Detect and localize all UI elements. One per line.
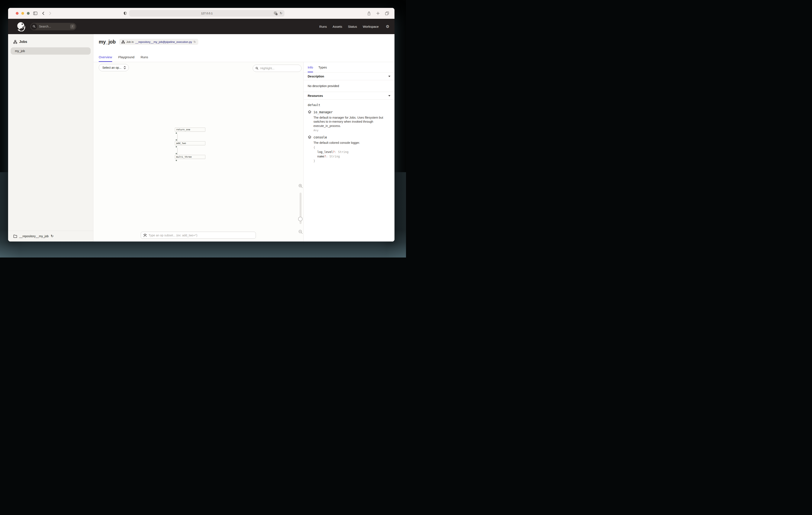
badge-prefix: Job in [126, 40, 134, 44]
resource-name: console [314, 135, 327, 139]
config-schema: { log_level?: String name?: String [314, 145, 390, 163]
reload-icon[interactable]: ↻ [280, 12, 282, 15]
resources-section-header[interactable]: Resources [303, 92, 395, 100]
logger-console: console The default colored console logg… [308, 135, 390, 163]
highlight-input[interactable] [258, 66, 301, 70]
back-icon[interactable] [42, 11, 45, 15]
nav-status[interactable]: Status [348, 25, 357, 28]
tab-overview-icon[interactable] [385, 11, 389, 15]
close-window-button[interactable] [16, 12, 19, 15]
config-field-name: log_level [317, 150, 333, 154]
description-section-header[interactable]: Description [303, 73, 395, 80]
new-tab-icon[interactable] [376, 12, 380, 15]
op-node-add-two[interactable]: add_two [175, 141, 205, 145]
description-body: No description provided [303, 80, 395, 92]
fullscreen-window-button[interactable] [27, 12, 30, 15]
search-icon [31, 24, 37, 30]
traffic-lights [16, 8, 30, 19]
resource-icon [308, 110, 312, 114]
url-text: 127.0.0.1 [201, 12, 212, 15]
global-search[interactable]: / [30, 23, 76, 30]
highlight-search[interactable] [253, 65, 301, 72]
gear-icon[interactable]: ⚙ [386, 25, 389, 29]
input-port-dot [176, 139, 177, 141]
app-nav: Runs Assets Status Workspace ⚙ [319, 25, 389, 29]
op-subset-input[interactable] [147, 234, 256, 237]
translate-icon[interactable]: A x [274, 12, 278, 15]
job-icon [13, 40, 17, 44]
browser-window: 127.0.0.1 A x ↻ [8, 8, 395, 242]
op-node-return-one[interactable]: return_one [175, 128, 205, 132]
op-graph-canvas[interactable]: Select an op... [93, 62, 303, 242]
search-shortcut-badge: / [70, 24, 75, 29]
resource-icon [308, 135, 312, 139]
resources-body: default io_manager [303, 100, 395, 167]
output-port-dot [176, 133, 177, 134]
badge-reload-icon[interactable]: ↻ [194, 40, 196, 43]
resource-name: io_manager [314, 110, 332, 114]
sidebar-title: Jobs [19, 40, 27, 44]
zoom-controls [298, 184, 303, 237]
zoom-slider-handle[interactable] [298, 217, 302, 221]
tab-playground[interactable]: Playground [118, 55, 135, 62]
resource-io-manager: io_manager The default io manager for Jo… [308, 110, 390, 132]
nav-assets[interactable]: Assets [332, 25, 342, 28]
resource-description: The default colored console logger. [314, 141, 387, 145]
config-field-type: String [338, 150, 349, 154]
address-bar[interactable]: 127.0.0.1 A x ↻ [129, 10, 285, 17]
nav-runs[interactable]: Runs [319, 25, 327, 28]
forward-icon[interactable] [49, 11, 51, 15]
tab-runs[interactable]: Runs [141, 55, 148, 62]
minimize-window-button[interactable] [21, 12, 24, 15]
config-field-name: name [317, 155, 324, 158]
chevron-up-down-icon [124, 66, 126, 69]
output-port-dot [176, 160, 177, 161]
share-icon[interactable] [367, 11, 371, 16]
nav-workspace[interactable]: Workspace [363, 25, 379, 28]
job-icon [121, 40, 125, 44]
job-header: my_job [93, 34, 395, 62]
svg-text:x: x [276, 13, 277, 15]
resource-description: The default io manager for Jobs. Uses fi… [314, 116, 387, 128]
repository-link[interactable]: __repository__my_job [19, 235, 49, 238]
resource-group-name: default [308, 103, 390, 107]
caret-down-icon [388, 76, 390, 77]
job-tabs: Overview Playground Runs [99, 55, 148, 62]
edge-line [177, 134, 178, 141]
zoom-in-icon[interactable] [298, 184, 303, 188]
search-icon [256, 67, 258, 70]
tab-info[interactable]: Info [308, 65, 313, 72]
caret-down-icon [388, 95, 390, 97]
repository-file-link[interactable]: __repository__my_job@pipeline_execution.… [135, 40, 192, 44]
jobs-sidebar: Jobs my_job __repository__my_job ↻ [8, 34, 93, 242]
main-content: my_job [93, 34, 395, 242]
folder-icon [13, 235, 17, 238]
repository-reload-icon[interactable]: ↻ [51, 235, 54, 238]
dagster-logo[interactable] [16, 22, 26, 31]
op-subset-bar[interactable] [141, 232, 256, 239]
input-port-dot [176, 153, 177, 154]
edge-line [177, 148, 178, 155]
output-port-dot [176, 146, 177, 147]
info-panel-tabs: Info Types [303, 62, 395, 73]
shield-icon[interactable] [124, 11, 127, 15]
browser-toolbar: 127.0.0.1 A x ↻ [8, 8, 395, 19]
search-input[interactable] [37, 25, 70, 28]
job-origin-badge: Job in __repository__my_job@pipeline_exe… [119, 39, 198, 45]
page-title: my_job [99, 39, 116, 45]
sidebar-footer: __repository__my_job ↻ [8, 231, 93, 242]
tab-types[interactable]: Types [318, 65, 327, 72]
sidebar-item-label: my_job [15, 49, 25, 53]
sidebar-toggle-icon[interactable] [33, 11, 37, 15]
resource-type: Any [314, 129, 390, 132]
zoom-out-icon[interactable] [298, 229, 303, 234]
op-selector-icon [143, 234, 147, 237]
tab-overview[interactable]: Overview [99, 55, 112, 62]
select-op-dropdown[interactable]: Select an op... [99, 64, 129, 71]
op-node-multi-three[interactable]: multi_three [175, 155, 205, 159]
sidebar-item-my-job[interactable]: my_job [11, 47, 91, 55]
desktop-background: 127.0.0.1 A x ↻ [0, 0, 406, 258]
sidebar-header: Jobs [8, 34, 93, 44]
config-field-type: String [329, 155, 340, 158]
info-panel: Info Types Description No description pr… [303, 62, 395, 242]
